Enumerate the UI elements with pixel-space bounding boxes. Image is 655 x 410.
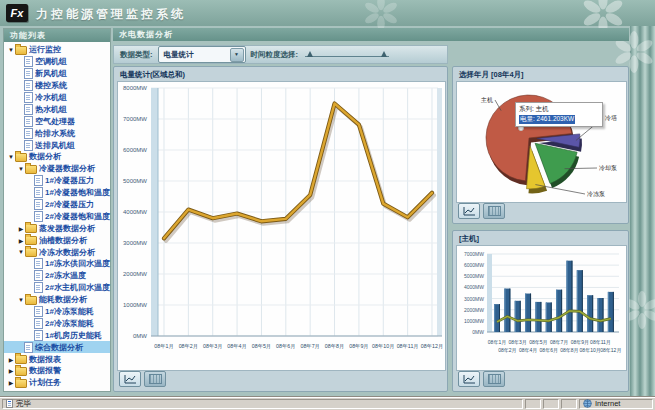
tree-item[interactable]: 综合数据分析 — [4, 341, 110, 353]
tree-item-label: 送排风机组 — [35, 140, 75, 151]
tree-item[interactable]: 给排水系统 — [4, 127, 110, 139]
document-icon — [24, 128, 33, 139]
tree-item-label: 空调机组 — [35, 56, 67, 67]
svg-text:08年11月: 08年11月 — [397, 343, 419, 350]
time-granularity-slider[interactable] — [305, 50, 389, 60]
tree-item[interactable]: 1#冷冻泵能耗 — [4, 306, 110, 318]
tree-item[interactable]: 1#机房历史能耗 — [4, 329, 110, 341]
pie-tooltip: 系列: 主机 电量: 2461.203KW — [515, 102, 603, 127]
tree-item[interactable]: ▶蒸发器数据分析 — [4, 222, 110, 234]
table-view-button[interactable] — [144, 371, 166, 387]
chart-toolbar — [458, 203, 505, 219]
folder-icon — [25, 296, 37, 305]
chevron-expanded-icon[interactable]: ▼ — [17, 249, 25, 255]
tree-item[interactable]: 1#冷凝器压力 — [4, 175, 110, 187]
tree-item[interactable]: 1#冻水供回水温度 — [4, 258, 110, 270]
svg-text:08年7月: 08年7月 — [550, 339, 568, 346]
tree-item[interactable]: ▼运行监控 — [4, 44, 110, 56]
data-type-dropdown[interactable]: 电量统计 ▼ — [158, 46, 246, 63]
folder-icon — [15, 153, 27, 162]
chevron-expanded-icon[interactable]: ▼ — [7, 154, 15, 160]
tree-item-label: 1#冷冻泵能耗 — [45, 306, 94, 317]
table-view-button[interactable] — [483, 203, 505, 219]
svg-text:08年1月: 08年1月 — [488, 339, 506, 346]
svg-text:08年5月: 08年5月 — [252, 343, 271, 350]
tree-item[interactable]: ▶数据报表 — [4, 353, 110, 365]
chevron-expanded-icon[interactable]: ▼ — [17, 166, 25, 172]
tree-item[interactable]: 楼控系统 — [4, 80, 110, 92]
tree-item-label: 蒸发器数据分析 — [39, 223, 95, 234]
tree-item[interactable]: 热水机组 — [4, 103, 110, 115]
chevron-collapsed-icon[interactable]: ▶ — [17, 237, 25, 244]
tree-item[interactable]: 送排风机组 — [4, 139, 110, 151]
bar-chart: 0MW1000MW2000MW3000MW4000MW5000MW6000MW7… — [457, 246, 624, 368]
tree-item[interactable]: ▶油槽数据分析 — [4, 234, 110, 246]
svg-text:08年2月: 08年2月 — [498, 347, 516, 354]
document-icon — [34, 306, 43, 317]
svg-text:1000MW: 1000MW — [123, 302, 147, 308]
tree-item[interactable]: 新风机组 — [4, 68, 110, 80]
document-icon — [34, 199, 43, 210]
tree-item-label: 综合数据分析 — [35, 342, 83, 353]
tree-item[interactable]: 2#冷凝器饱和温度 — [4, 210, 110, 222]
tree-item[interactable]: 2#冷凝器压力 — [4, 199, 110, 211]
line-chart-area: 0MW1000MW2000MW3000MW4000MW5000MW6000MW7… — [117, 81, 446, 371]
tree-item[interactable]: 2#冷冻泵能耗 — [4, 317, 110, 329]
line-chart-icon — [124, 374, 137, 384]
tree-item[interactable]: 空气处理器 — [4, 115, 110, 127]
chart-toolbar — [458, 371, 505, 387]
svg-text:08年12月: 08年12月 — [421, 343, 443, 350]
tree-item-label: 冷水机组 — [35, 92, 67, 103]
svg-text:冷塔: 冷塔 — [605, 115, 617, 122]
tree-item[interactable]: ▶数据报警 — [4, 365, 110, 377]
main-header: 水电数据分析 — [113, 28, 629, 41]
chevron-down-icon[interactable]: ▼ — [230, 48, 244, 62]
tree-item-label: 2#水主机回水温度 — [45, 282, 110, 293]
chevron-expanded-icon[interactable]: ▼ — [7, 47, 15, 53]
slider-track[interactable] — [305, 56, 389, 57]
chevron-expanded-icon[interactable]: ▼ — [17, 297, 25, 303]
ie-document-icon — [6, 399, 13, 408]
chevron-collapsed-icon[interactable]: ▶ — [7, 356, 15, 363]
tree-item-label: 数据分析 — [29, 151, 61, 162]
tree-item[interactable]: 空调机组 — [4, 56, 110, 68]
svg-text:08年1月: 08年1月 — [154, 343, 173, 350]
pie-chart-panel: 选择年月 [08年4月] 冷塔冷却泵冷冻泵主机 系列: 主机 电量: 2461.… — [452, 66, 629, 224]
tree-item[interactable]: ▼冷冻水数据分析 — [4, 246, 110, 258]
document-icon — [24, 104, 33, 115]
chevron-collapsed-icon[interactable]: ▶ — [7, 379, 15, 386]
tree-item-label: 给排水系统 — [35, 128, 75, 139]
document-icon — [24, 116, 33, 127]
svg-text:6000MW: 6000MW — [123, 147, 147, 153]
tree-item-label: 1#冻水供回水温度 — [45, 258, 110, 269]
status-spacer — [525, 399, 541, 409]
tree-item[interactable]: 2#水主机回水温度 — [4, 282, 110, 294]
tree-item[interactable]: ▼数据分析 — [4, 151, 110, 163]
svg-text:0MW: 0MW — [133, 333, 147, 339]
tree-item[interactable]: ▼冷凝器数据分析 — [4, 163, 110, 175]
table-view-button[interactable] — [483, 371, 505, 387]
svg-text:08年3月: 08年3月 — [509, 339, 527, 346]
tree-item[interactable]: 2#冻水温度 — [4, 270, 110, 282]
background-stripes — [630, 26, 655, 396]
chart-view-button[interactable] — [458, 203, 480, 219]
tree-item[interactable]: 1#冷凝器饱和温度 — [4, 187, 110, 199]
pie-chart-area: 冷塔冷却泵冷冻泵主机 系列: 主机 电量: 2461.203KW — [456, 81, 627, 203]
status-spacer — [561, 399, 577, 409]
tree-item[interactable]: ▼能耗数据分析 — [4, 294, 110, 306]
line-chart-title: 电量统计(区域总和) — [114, 67, 447, 81]
svg-text:08年6月: 08年6月 — [540, 347, 558, 354]
chart-view-button[interactable] — [458, 371, 480, 387]
tree-item-label: 冷冻水数据分析 — [39, 247, 95, 258]
tree-item[interactable]: 冷水机组 — [4, 92, 110, 104]
slider-handle-left[interactable] — [307, 51, 313, 57]
globe-icon — [583, 399, 592, 408]
status-zone: Internet — [579, 399, 653, 409]
chart-view-button[interactable] — [119, 371, 141, 387]
line-chart-panel: 电量统计(区域总和) 0MW1000MW2000MW3000MW4000MW50… — [113, 66, 448, 392]
chevron-collapsed-icon[interactable]: ▶ — [7, 367, 15, 374]
chevron-collapsed-icon[interactable]: ▶ — [17, 225, 25, 232]
tree-item[interactable]: ▶计划任务 — [4, 377, 110, 389]
slider-handle-right[interactable] — [381, 51, 387, 57]
document-icon — [34, 270, 43, 281]
